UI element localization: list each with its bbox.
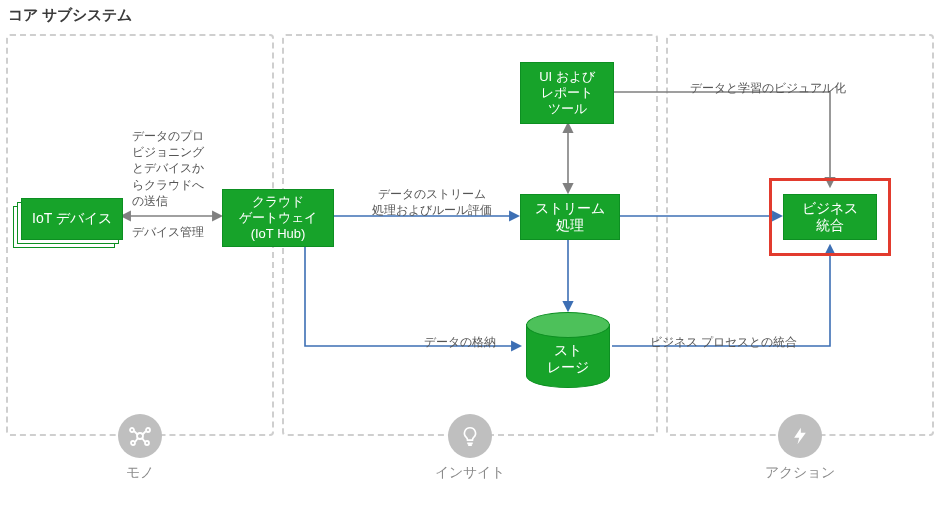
node-ui-report: UI および レポート ツール — [520, 62, 614, 124]
node-cloud-gateway: クラウド ゲートウェイ (IoT Hub) — [222, 189, 334, 247]
zone-things-label: モノ — [70, 464, 210, 482]
svg-point-8 — [146, 428, 150, 432]
node-ui-report-line1: UI および — [539, 69, 595, 85]
edge-label-stream-rules: データのストリーム 処理およびルール評価 — [352, 186, 512, 218]
architecture-diagram: コア サブシステム IoT デバイス — [0, 0, 940, 509]
zone-action-label: アクション — [730, 464, 870, 482]
edge-label-dev-to-cloud: データのプロ ビジョニング とデバイスか らクラウドへ の送信 — [132, 128, 222, 209]
svg-point-10 — [131, 441, 135, 445]
svg-line-11 — [135, 438, 138, 442]
edge-label-data-store: データの格納 — [424, 334, 496, 350]
diagram-title: コア サブシステム — [8, 6, 132, 25]
network-icon — [128, 424, 152, 448]
node-storage-line2: レージ — [526, 359, 610, 376]
svg-line-9 — [142, 431, 146, 435]
zone-insight-icon — [448, 414, 492, 458]
lightbulb-icon — [459, 425, 481, 447]
node-storage: スト レージ — [526, 312, 610, 388]
node-iot-devices: IoT デバイス — [21, 198, 123, 240]
node-cloud-gateway-line3: (IoT Hub) — [239, 226, 317, 242]
svg-point-12 — [145, 441, 149, 445]
svg-point-6 — [130, 428, 134, 432]
node-stream-processing-line1: ストリーム — [535, 200, 605, 218]
node-iot-devices-label: IoT デバイス — [32, 210, 112, 228]
edge-label-business-process: ビジネス プロセスとの統合 — [650, 334, 797, 350]
zone-insight-label: インサイト — [400, 464, 540, 482]
node-business-integration-line1: ビジネス — [802, 200, 858, 218]
zone-action-icon — [778, 414, 822, 458]
node-stream-processing: ストリーム 処理 — [520, 194, 620, 240]
edge-label-device-mgmt: デバイス管理 — [132, 224, 204, 240]
node-stream-processing-line2: 処理 — [535, 217, 605, 235]
node-cloud-gateway-line2: ゲートウェイ — [239, 210, 317, 226]
node-business-integration-line2: 統合 — [802, 217, 858, 235]
node-ui-report-line3: ツール — [539, 101, 595, 117]
lightning-icon — [790, 426, 810, 446]
svg-line-7 — [134, 431, 138, 435]
edge-label-visualization: データと学習のビジュアル化 — [690, 80, 846, 96]
node-business-integration: ビジネス 統合 — [783, 194, 877, 240]
node-cloud-gateway-line1: クラウド — [239, 194, 317, 210]
node-storage-line1: スト — [526, 342, 610, 359]
zone-things-icon — [118, 414, 162, 458]
svg-line-13 — [142, 438, 145, 442]
node-ui-report-line2: レポート — [539, 85, 595, 101]
